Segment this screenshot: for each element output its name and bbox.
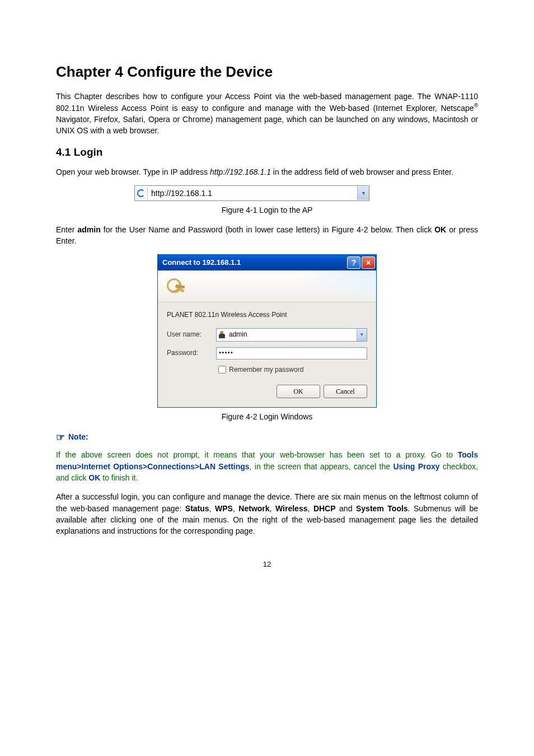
section-4-1-title: 4.1 Login: [56, 144, 478, 160]
note-heading: ☞Note:: [56, 430, 478, 445]
sep3: ,: [270, 504, 275, 513]
dialog-help-button[interactable]: ?: [347, 256, 360, 269]
section-4-1-p1: Open your web browser. Type in IP addres…: [56, 166, 478, 178]
note-using-proxy: Using Proxy: [393, 462, 439, 471]
sep5: and: [336, 504, 356, 513]
enter-a: Enter: [56, 225, 78, 234]
cancel-button[interactable]: Cancel: [324, 385, 367, 398]
enter-admin-text: Enter admin for the User Name and Passwo…: [56, 224, 478, 247]
note-b: , in the screen that appears, cancel the: [250, 462, 394, 471]
page-number: 12: [56, 559, 478, 570]
menu-status: Status: [185, 504, 209, 513]
dialog-subtitle: PLANET 802.11n Wireless Access Point: [167, 310, 367, 320]
after-login-text: After a successful login, you can config…: [56, 491, 478, 536]
note-body: If the above screen does not prompt, it …: [56, 449, 478, 483]
section-4-1-url: http://192.168.1.1: [210, 167, 271, 176]
menu-dhcp: DHCP: [313, 504, 336, 513]
dialog-title: Connect to 192.168.1.1: [162, 258, 346, 268]
enter-admin: admin: [78, 225, 101, 234]
username-label: User name:: [167, 330, 216, 339]
address-bar[interactable]: http://192.168.1.1 ▾: [134, 185, 369, 201]
figure-4-2-caption: Figure 4-2 Login Windows: [56, 411, 478, 422]
remember-password-checkbox[interactable]: [218, 366, 226, 374]
keys-icon: [163, 275, 186, 297]
menu-wireless: Wireless: [275, 504, 307, 513]
chapter-intro: This Chapter describes how to configure …: [56, 91, 478, 137]
menu-system-tools: System Tools: [356, 504, 408, 513]
note-ok: OK: [88, 473, 100, 482]
chapter-title: Chapter 4 Configure the Device: [56, 62, 478, 83]
note-a: If the above screen does not prompt, it …: [56, 450, 458, 459]
sep1: ,: [209, 504, 215, 513]
dialog-titlebar: Connect to 192.168.1.1 ? ×: [158, 255, 376, 270]
note-d: to finish it.: [100, 473, 138, 482]
address-dropdown-button[interactable]: ▾: [357, 186, 369, 200]
chapter-intro-1: This Chapter describes how to configure …: [56, 92, 478, 113]
registered-mark: ®: [474, 102, 478, 109]
hand-icon: ☞: [56, 432, 65, 443]
menu-network: Network: [238, 504, 269, 513]
password-label: Password:: [167, 348, 216, 358]
sep2: ,: [233, 504, 238, 513]
remember-password-label: Remember my password: [229, 365, 303, 375]
address-bar-text: http://192.168.1.1: [148, 188, 357, 199]
ok-button[interactable]: OK: [277, 385, 320, 398]
password-input[interactable]: [216, 347, 367, 360]
sep4: ,: [307, 504, 313, 513]
username-combobox[interactable]: admin ▾: [216, 328, 367, 342]
dialog-close-button[interactable]: ×: [362, 256, 375, 269]
dialog-header-shine: [298, 270, 376, 302]
login-dialog: Connect to 192.168.1.1 ? × PLANET 802.11…: [157, 254, 377, 408]
username-value: admin: [227, 329, 357, 341]
chapter-intro-2: Navigator, Firefox, Safari, Opera or Chr…: [56, 115, 478, 135]
ie-page-icon: [135, 187, 148, 199]
dialog-header-art: [158, 270, 376, 302]
section-4-1-p1a: Open your web browser. Type in IP addres…: [56, 167, 210, 176]
enter-ok: OK: [434, 225, 446, 234]
user-icon: [217, 329, 227, 341]
menu-wps: WPS: [215, 504, 233, 513]
username-dropdown-button[interactable]: ▾: [357, 329, 367, 341]
section-4-1-p1b: in the address field of web browser and …: [271, 167, 453, 176]
note-heading-text: Note:: [68, 432, 88, 441]
enter-b: for the User Name and Password (both in …: [101, 225, 434, 234]
figure-4-1-caption: Figure 4-1 Login to the AP: [56, 204, 478, 216]
